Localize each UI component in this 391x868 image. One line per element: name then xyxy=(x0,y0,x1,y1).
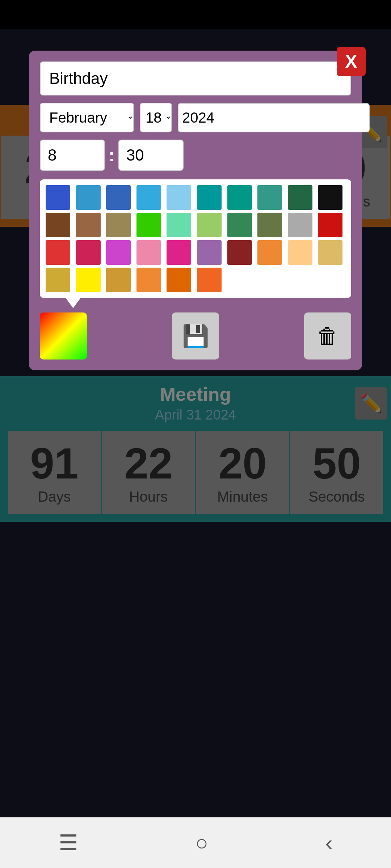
color-swatch[interactable] xyxy=(136,213,161,237)
time-row: : xyxy=(40,140,351,171)
color-swatch[interactable] xyxy=(197,240,222,265)
color-swatch[interactable] xyxy=(257,240,282,265)
color-swatch[interactable] xyxy=(136,268,161,292)
delete-button[interactable]: 🗑 xyxy=(304,312,351,359)
palette-grid xyxy=(46,185,345,292)
close-x-label: X xyxy=(345,51,357,72)
color-swatch[interactable] xyxy=(136,185,161,210)
color-swatch[interactable] xyxy=(318,240,342,265)
color-swatch[interactable] xyxy=(197,213,222,237)
event-title-input[interactable] xyxy=(40,61,351,95)
date-row: JanuaryFebruaryMarchAprilMayJuneJulyAugu… xyxy=(40,103,351,132)
color-swatch[interactable] xyxy=(136,240,161,265)
color-swatch[interactable] xyxy=(106,213,131,237)
color-swatch[interactable] xyxy=(167,185,191,210)
hour-input[interactable] xyxy=(40,140,105,171)
color-swatch[interactable] xyxy=(318,213,342,237)
color-swatch[interactable] xyxy=(76,268,101,292)
time-colon: : xyxy=(109,145,115,166)
color-swatch[interactable] xyxy=(76,240,101,265)
modal-overlay[interactable]: X JanuaryFebruaryMarchAprilMayJuneJulyAu… xyxy=(0,29,391,817)
home-icon: ○ xyxy=(195,831,208,855)
color-picker-button[interactable] xyxy=(40,312,87,359)
color-swatch[interactable] xyxy=(318,185,342,210)
modal-close-button[interactable]: X xyxy=(337,47,366,76)
minute-input[interactable] xyxy=(118,140,184,171)
color-swatch[interactable] xyxy=(197,268,222,292)
back-button[interactable]: ‹ xyxy=(325,830,332,855)
color-swatch[interactable] xyxy=(288,185,312,210)
background-area: ✏️ February 23 2024 24 Days 04 Hours 20 … xyxy=(0,29,391,817)
color-swatch[interactable] xyxy=(288,240,312,265)
color-swatch[interactable] xyxy=(167,213,191,237)
color-swatch[interactable] xyxy=(167,268,191,292)
color-swatch[interactable] xyxy=(46,240,70,265)
color-swatch[interactable] xyxy=(257,185,282,210)
event-edit-modal: X JanuaryFebruaryMarchAprilMayJuneJulyAu… xyxy=(29,51,362,370)
save-button[interactable]: 💾 xyxy=(172,312,219,359)
color-swatch[interactable] xyxy=(227,213,252,237)
color-swatch[interactable] xyxy=(46,185,70,210)
modal-actions: 💾 🗑 xyxy=(40,312,351,359)
color-swatch[interactable] xyxy=(227,240,252,265)
color-swatch[interactable] xyxy=(257,213,282,237)
navigation-bar: ☰ ○ ‹ xyxy=(0,817,391,868)
month-select[interactable]: JanuaryFebruaryMarchAprilMayJuneJulyAugu… xyxy=(40,103,134,132)
color-swatch[interactable] xyxy=(46,213,70,237)
year-input[interactable] xyxy=(178,103,370,132)
delete-icon: 🗑 xyxy=(317,324,339,349)
home-button[interactable]: ○ xyxy=(195,830,208,855)
color-swatch[interactable] xyxy=(46,268,70,292)
color-swatch[interactable] xyxy=(167,240,191,265)
color-palette xyxy=(40,179,351,298)
color-swatch[interactable] xyxy=(76,213,101,237)
menu-button[interactable]: ☰ xyxy=(59,830,78,855)
main-content: ✏️ February 23 2024 24 Days 04 Hours 20 … xyxy=(0,29,391,817)
color-swatch[interactable] xyxy=(197,185,222,210)
color-swatch[interactable] xyxy=(106,268,131,292)
status-bar xyxy=(0,0,391,29)
color-swatch[interactable] xyxy=(227,185,252,210)
back-icon: ‹ xyxy=(325,831,332,855)
color-swatch[interactable] xyxy=(106,185,131,210)
color-swatch[interactable] xyxy=(106,240,131,265)
save-icon: 💾 xyxy=(182,323,209,349)
color-swatch[interactable] xyxy=(76,185,101,210)
day-select[interactable]: 1234567891011121314151617181920212223242… xyxy=(140,103,172,132)
color-swatch[interactable] xyxy=(288,213,312,237)
menu-icon: ☰ xyxy=(59,831,78,855)
